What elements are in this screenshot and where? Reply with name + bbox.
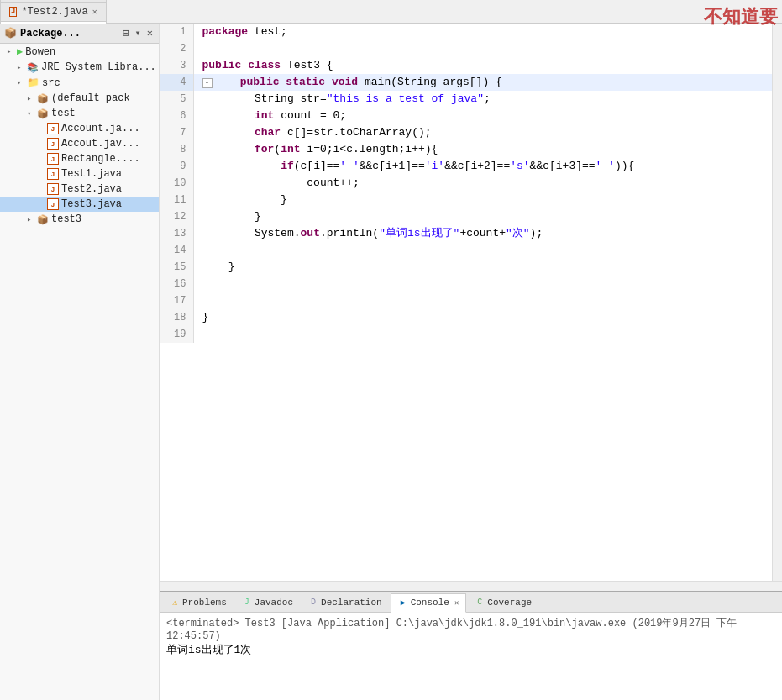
- code-line-19: 19: [160, 326, 772, 343]
- line-number-9: 9: [160, 158, 193, 175]
- keyword-token: for: [255, 143, 274, 155]
- line-content-4[interactable]: - public static void main(String args[])…: [193, 74, 772, 91]
- code-line-8: 8 for(int i=0;i<c.length;i++){: [160, 141, 772, 158]
- line-number-11: 11: [160, 192, 193, 208]
- line-content-5[interactable]: String str="this is a test of java";: [193, 91, 772, 108]
- line-content-10[interactable]: count++;: [193, 175, 772, 192]
- line-content-1[interactable]: package test;: [193, 24, 772, 40]
- plain-token: )){: [615, 160, 634, 172]
- string-token: 'i': [425, 160, 444, 172]
- pkg-icon: 📦: [37, 93, 49, 104]
- line-number-5: 5: [160, 91, 193, 108]
- sidebar-item-4[interactable]: ▾📦test: [0, 106, 159, 121]
- plain-token: }: [202, 193, 287, 206]
- plain-token: i=0;i<c.length;i++){: [301, 143, 438, 155]
- tree-label: Test1.java: [61, 168, 122, 180]
- plain-token: ;: [484, 92, 491, 105]
- bottom-tab-console[interactable]: ▶Console✕: [391, 593, 467, 613]
- bottom-tab-problems[interactable]: ⚠Problems: [163, 592, 234, 612]
- line-number-19: 19: [160, 326, 193, 343]
- sidebar-item-5[interactable]: JAccount.ja...: [0, 121, 159, 136]
- code-line-17: 17: [160, 292, 772, 309]
- bottom-tab-coverage[interactable]: CCoverage: [468, 592, 538, 612]
- java-file-icon: J: [47, 168, 59, 180]
- plain-token: (: [274, 143, 281, 155]
- sidebar-item-3[interactable]: ▸📦(default pack: [0, 91, 159, 106]
- line-number-12: 12: [160, 208, 193, 225]
- plain-token: [325, 76, 332, 88]
- code-line-7: 7 char c[]=str.toCharArray();: [160, 124, 772, 141]
- plain-token: [241, 59, 248, 71]
- line-content-18[interactable]: }: [193, 309, 772, 326]
- string-token: ' ': [596, 160, 615, 172]
- sidebar-item-1[interactable]: ▸📚JRE System Libra...: [0, 60, 159, 75]
- line-content-9[interactable]: if(c[i]==' '&&c[i+1]=='i'&&c[i+2]=='s'&&…: [193, 158, 772, 175]
- line-number-6: 6: [160, 108, 193, 124]
- bottom-tab-label: Coverage: [487, 597, 532, 608]
- line-number-10: 10: [160, 175, 193, 192]
- plain-token: main(String args[]) {: [358, 76, 502, 88]
- package-icon: 📦: [4, 27, 17, 39]
- plain-token: }: [202, 210, 261, 223]
- collapse-icon[interactable]: ⊟: [121, 26, 130, 40]
- code-line-16: 16: [160, 276, 772, 292]
- plain-token: +count+: [459, 227, 506, 239]
- line-content-6[interactable]: int count = 0;: [193, 108, 772, 124]
- line-content-7[interactable]: char c[]=str.toCharArray();: [193, 124, 772, 141]
- tree-label: src: [42, 77, 60, 89]
- tab-close-icon[interactable]: ✕: [92, 7, 97, 17]
- line-number-2: 2: [160, 40, 193, 57]
- code-editor[interactable]: 1package test;2 3public class Test3 {4- …: [160, 24, 772, 581]
- bottom-tab-declaration[interactable]: DDeclaration: [302, 592, 389, 612]
- bottom-tab-label: Problems: [182, 597, 227, 608]
- horizontal-scrollbar[interactable]: [160, 581, 782, 591]
- line-content-11[interactable]: }: [193, 192, 772, 208]
- tree-label: Accout.jav...: [61, 138, 140, 150]
- plain-token: count = 0;: [274, 109, 346, 122]
- line-content-17[interactable]: [193, 292, 772, 309]
- keyword-token: public: [240, 76, 280, 88]
- fold-icon[interactable]: -: [202, 78, 213, 88]
- sidebar-item-6[interactable]: JAccout.jav...: [0, 136, 159, 151]
- java-file-icon: J: [47, 183, 59, 195]
- line-content-3[interactable]: public class Test3 {: [193, 57, 772, 74]
- tab--test2-java[interactable]: J*Test2.java✕: [0, 2, 107, 21]
- sidebar-item-7[interactable]: JRectangle....: [0, 151, 159, 166]
- line-content-16[interactable]: [193, 276, 772, 292]
- code-line-5: 5 String str="this is a test of java";: [160, 91, 772, 108]
- project-icon: ▶: [17, 45, 23, 58]
- java-file-icon: J: [47, 123, 59, 134]
- bottom-tab-javadoc[interactable]: JJavadoc: [235, 592, 300, 612]
- sidebar-item-2[interactable]: ▾📁src: [0, 75, 159, 91]
- plain-token: c[]=str.toCharArray();: [281, 126, 431, 139]
- keyword-token: package: [202, 25, 249, 38]
- tabs-bar: JTest1.java✕J*Test2.java✕JTest3.java✕: [0, 0, 782, 24]
- line-content-19[interactable]: [193, 326, 772, 343]
- code-table: 1package test;2 3public class Test3 {4- …: [160, 24, 772, 343]
- line-content-8[interactable]: for(int i=0;i<c.length;i++){: [193, 141, 772, 158]
- line-number-15: 15: [160, 259, 193, 276]
- sidebar-item-8[interactable]: JTest1.java: [0, 166, 159, 182]
- string-token: "次": [506, 227, 530, 239]
- keyword-token: void: [332, 76, 358, 88]
- line-content-12[interactable]: }: [193, 208, 772, 225]
- line-content-13[interactable]: System.out.println("单词is出现了"+count+"次");: [193, 225, 772, 242]
- line-content-14[interactable]: [193, 242, 772, 259]
- close-sidebar-icon[interactable]: ✕: [145, 26, 155, 40]
- code-line-14: 14: [160, 242, 772, 259]
- sidebar-item-11[interactable]: ▸📦test3: [0, 212, 159, 227]
- console-output-line: 单词is出现了1次: [166, 642, 775, 657]
- close-bottom-tab-icon[interactable]: ✕: [454, 598, 459, 608]
- sidebar-item-10[interactable]: JTest3.java: [0, 197, 159, 212]
- plain-token: System.: [202, 227, 301, 239]
- vertical-scrollbar[interactable]: [772, 24, 782, 581]
- tree-label: Test3.java: [61, 198, 122, 210]
- sidebar-item-9[interactable]: JTest2.java: [0, 182, 159, 197]
- menu-icon[interactable]: ▾: [134, 26, 143, 40]
- sidebar-item-0[interactable]: ▸▶Bowen: [0, 44, 159, 60]
- code-line-18: 18}: [160, 309, 772, 326]
- line-content-15[interactable]: }: [193, 259, 772, 276]
- plain-token: [202, 109, 255, 122]
- line-content-2[interactable]: [193, 40, 772, 57]
- tree-arrow: ▸: [27, 215, 37, 224]
